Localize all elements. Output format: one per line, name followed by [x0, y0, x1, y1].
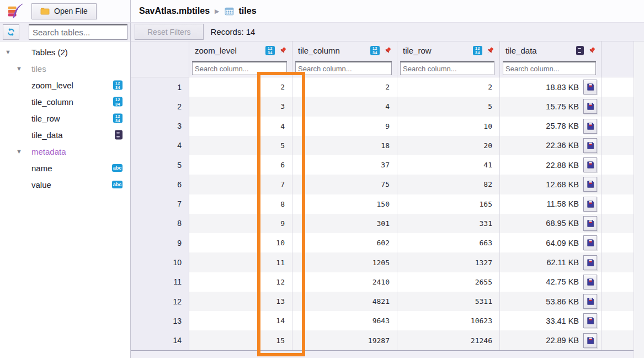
save-blob-button[interactable]: [583, 255, 597, 270]
save-blob-button[interactable]: [583, 275, 597, 289]
cell-tile-data[interactable]: 42.75 KB: [500, 272, 602, 292]
cell-tile-column[interactable]: 4: [292, 97, 397, 116]
cell-zoom-level[interactable]: 4: [189, 117, 292, 136]
cell-zoom-level[interactable]: 10: [189, 233, 292, 252]
sidebar-item-tables-root[interactable]: ▼ Tables (2): [0, 44, 130, 60]
cell-tile-row[interactable]: 2: [397, 77, 500, 97]
row-number[interactable]: 14: [131, 330, 189, 350]
sidebar-item-tiles-table[interactable]: ▼ tiles: [0, 60, 130, 77]
vertical-scrollbar[interactable]: [634, 41, 644, 358]
cell-tile-data[interactable]: 62.11 KB: [500, 252, 602, 272]
row-number[interactable]: 12: [131, 292, 189, 311]
cell-zoom-level[interactable]: 11: [189, 252, 292, 272]
cell-zoom-level[interactable]: 9: [189, 214, 292, 233]
cell-tile-row[interactable]: 41: [397, 155, 500, 175]
pin-icon[interactable]: [383, 46, 392, 55]
cell-tile-row[interactable]: 663: [397, 233, 500, 252]
save-blob-button[interactable]: [583, 333, 597, 348]
save-blob-button[interactable]: [583, 80, 597, 94]
open-file-button[interactable]: Open File: [31, 3, 97, 19]
search-column-zoom-level-input[interactable]: [192, 61, 287, 75]
cell-tile-column[interactable]: 2: [292, 77, 397, 97]
row-number[interactable]: 6: [131, 175, 189, 194]
pin-icon[interactable]: [278, 46, 287, 55]
save-blob-button[interactable]: [583, 177, 597, 192]
cell-tile-column[interactable]: 9: [292, 117, 397, 136]
cell-tile-data[interactable]: 64.09 KB: [500, 233, 602, 252]
column-header-tile-row[interactable]: tile_row 1234: [397, 41, 500, 60]
cell-zoom-level[interactable]: 8: [189, 194, 292, 214]
cell-zoom-level[interactable]: 7: [189, 175, 292, 194]
cell-tile-data[interactable]: 68.95 KB: [500, 214, 602, 233]
cell-tile-row[interactable]: 2655: [397, 272, 500, 292]
collapse-triangle-icon[interactable]: ▼: [16, 149, 22, 155]
search-tables-input[interactable]: [29, 24, 127, 40]
save-blob-button[interactable]: [583, 197, 597, 212]
row-number[interactable]: 1: [131, 77, 189, 97]
save-blob-button[interactable]: [583, 313, 597, 328]
row-number[interactable]: 3: [131, 117, 189, 136]
cell-tile-data[interactable]: 33.41 KB: [500, 311, 602, 330]
cell-tile-data[interactable]: 53.86 KB: [500, 292, 602, 311]
cell-tile-data[interactable]: 22.36 KB: [500, 136, 602, 155]
cell-tile-row[interactable]: 10: [397, 117, 500, 136]
sidebar-item-tile-column[interactable]: tile_column 1234: [0, 93, 130, 110]
cell-tile-column[interactable]: 150: [292, 194, 397, 214]
cell-tile-data[interactable]: 22.88 KB: [500, 155, 602, 175]
row-number[interactable]: 4: [131, 136, 189, 155]
cell-tile-data[interactable]: 15.75 KB: [500, 97, 602, 116]
cell-zoom-level[interactable]: 12: [189, 272, 292, 292]
save-blob-button[interactable]: [583, 99, 597, 114]
cell-tile-row[interactable]: 21246: [397, 330, 500, 350]
cell-zoom-level[interactable]: 15: [189, 330, 292, 350]
save-blob-button[interactable]: [583, 157, 597, 172]
sidebar-item-zoom-level[interactable]: zoom_level 1234: [0, 77, 130, 93]
cell-tile-row[interactable]: 10623: [397, 311, 500, 330]
sidebar-item-name[interactable]: name abc: [0, 160, 130, 176]
collapse-triangle-icon[interactable]: ▼: [5, 49, 11, 55]
sidebar-item-tile-data[interactable]: tile_data: [0, 127, 130, 143]
cell-tile-column[interactable]: 19287: [292, 330, 397, 350]
column-header-zoom-level[interactable]: zoom_level 1234: [189, 41, 292, 60]
reset-filters-button[interactable]: Reset Filters: [135, 24, 204, 40]
cell-tile-row[interactable]: 1327: [397, 252, 500, 272]
sidebar-item-value[interactable]: value abc: [0, 176, 130, 193]
cell-tile-column[interactable]: 75: [292, 175, 397, 194]
save-blob-button[interactable]: [583, 216, 597, 231]
cell-tile-row[interactable]: 5: [397, 97, 500, 116]
column-header-tile-data[interactable]: tile_data: [500, 41, 602, 60]
cell-zoom-level[interactable]: 6: [189, 155, 292, 175]
save-blob-button[interactable]: [583, 235, 597, 250]
row-number[interactable]: 7: [131, 194, 189, 214]
cell-zoom-level[interactable]: 5: [189, 136, 292, 155]
refresh-tables-button[interactable]: [3, 24, 19, 40]
cell-tile-column[interactable]: 1205: [292, 252, 397, 272]
cell-tile-row[interactable]: 331: [397, 214, 500, 233]
cell-tile-data[interactable]: 22.89 KB: [500, 330, 602, 350]
cell-tile-data[interactable]: 25.78 KB: [500, 117, 602, 136]
cell-tile-column[interactable]: 301: [292, 214, 397, 233]
search-column-tile-data-input[interactable]: [503, 61, 596, 75]
cell-tile-row[interactable]: 20: [397, 136, 500, 155]
cell-tile-column[interactable]: 4821: [292, 292, 397, 311]
pin-icon[interactable]: [587, 46, 596, 55]
cell-tile-column[interactable]: 18: [292, 136, 397, 155]
cell-tile-data[interactable]: 18.83 KB: [500, 77, 602, 97]
cell-tile-row[interactable]: 82: [397, 175, 500, 194]
cell-zoom-level[interactable]: 13: [189, 292, 292, 311]
cell-tile-column[interactable]: 9643: [292, 311, 397, 330]
cell-tile-data[interactable]: 11.58 KB: [500, 194, 602, 214]
save-blob-button[interactable]: [583, 119, 597, 134]
row-number[interactable]: 11: [131, 272, 189, 292]
pin-icon[interactable]: [486, 46, 494, 55]
sidebar-item-tile-row[interactable]: tile_row 1234: [0, 110, 130, 127]
cell-zoom-level[interactable]: 3: [189, 97, 292, 116]
cell-tile-row[interactable]: 5311: [397, 292, 500, 311]
sidebar-item-metadata-table[interactable]: ▼ metadata: [0, 143, 130, 160]
column-header-tile-column[interactable]: tile_column 1234: [292, 41, 397, 60]
search-column-tile-column-input[interactable]: [295, 61, 392, 75]
cell-tile-column[interactable]: 2410: [292, 272, 397, 292]
cell-tile-column[interactable]: 37: [292, 155, 397, 175]
row-number[interactable]: 10: [131, 252, 189, 272]
row-number[interactable]: 5: [131, 155, 189, 175]
